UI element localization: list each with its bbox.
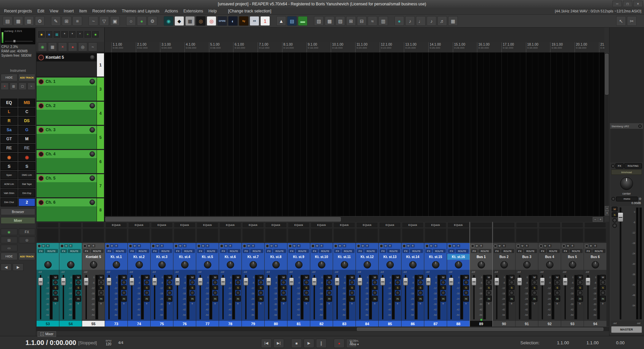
volume-fader[interactable]	[448, 274, 454, 320]
strip-number[interactable]: 92	[538, 321, 561, 327]
fx-empty-area[interactable]	[493, 228, 515, 242]
record-arm-icon[interactable]	[60, 244, 64, 248]
automation-mode-label[interactable]: tr	[190, 302, 195, 305]
theme-snow3-icon[interactable]: *	[77, 31, 83, 38]
mixer-button[interactable]: Mixer	[1, 217, 35, 224]
strip-number[interactable]: 84	[356, 321, 378, 327]
menu-item[interactable]: View	[47, 9, 61, 13]
selection-end[interactable]: 1.1.00	[587, 340, 599, 345]
plugin-shortcut[interactable]: L	[1, 108, 17, 116]
fx-empty-area[interactable]	[219, 228, 241, 242]
midi-editor-icon[interactable]: ♪	[427, 16, 436, 26]
track-name[interactable]: Ch. 4	[46, 152, 88, 156]
mute-mini-button[interactable]: M	[589, 244, 593, 247]
strip-name[interactable]: Kt. st.12	[356, 254, 378, 260]
width-knob[interactable]	[53, 280, 58, 285]
fx-enable-icon[interactable]	[611, 164, 615, 168]
strip-number[interactable]: 85	[379, 321, 401, 327]
volume-fader[interactable]	[175, 274, 180, 320]
track-number[interactable]: 7	[97, 174, 104, 197]
route-button[interactable]: ROUTE	[159, 249, 172, 253]
mixer-docker-tab[interactable]: × Mixer	[38, 331, 56, 337]
record-arm-icon[interactable]	[288, 244, 292, 248]
fx-button[interactable]: FX	[152, 249, 158, 253]
record-arm-icon[interactable]	[380, 244, 383, 248]
fader-handle[interactable]	[221, 278, 226, 286]
width-knob[interactable]	[441, 280, 445, 285]
plugin-shortcut[interactable]: Sa	[1, 126, 17, 134]
master-automation-button[interactable]: trim/read	[611, 169, 642, 175]
plugin-target-icon[interactable]: ◎	[207, 16, 216, 26]
mute-button[interactable]: M	[144, 275, 150, 280]
vzoom-in-button[interactable]: +	[605, 211, 609, 215]
record-arm-button[interactable]	[38, 79, 44, 85]
zoom-out-icon[interactable]: ⊟	[357, 16, 367, 26]
project-settings-icon[interactable]: ⚙	[35, 16, 45, 26]
input-button[interactable]: IN	[372, 296, 378, 302]
solo-button[interactable]: S	[532, 285, 537, 290]
automation-mode-label[interactable]: tr	[577, 302, 583, 305]
volume-knob[interactable]	[90, 200, 95, 205]
track-name[interactable]: Ch. 2	[46, 103, 88, 108]
fader-handle[interactable]	[380, 278, 385, 286]
solo-button[interactable]: S	[190, 285, 195, 290]
width-knob[interactable]	[236, 280, 240, 285]
record-arm-icon[interactable]	[129, 244, 132, 248]
record-arm-icon[interactable]	[334, 244, 337, 248]
pan-knob[interactable]	[67, 261, 74, 268]
track-name[interactable]: Ch. 3	[46, 128, 88, 132]
automation-mini-button[interactable]: R	[365, 244, 369, 247]
strip-number[interactable]: 54	[59, 321, 82, 327]
gear-icon[interactable]: ⚙	[639, 197, 642, 201]
mixer-hscrollbar[interactable]	[36, 327, 609, 331]
mute-mini-button[interactable]: M	[178, 244, 182, 247]
automation-mini-button[interactable]: R	[342, 244, 346, 247]
record-arm-icon[interactable]	[402, 244, 406, 248]
fx-empty-area[interactable]	[561, 228, 583, 242]
strip-number[interactable]: 90	[493, 321, 515, 327]
perf-slider[interactable]	[4, 40, 33, 42]
fx-insert-slot[interactable]	[539, 222, 560, 228]
strip-name[interactable]: Kt. st.14	[401, 254, 424, 260]
quantize-icon[interactable]: ♩	[416, 16, 426, 26]
save-project-icon[interactable]: ▥	[24, 16, 34, 26]
zoom-tool-icon[interactable]: ▧	[314, 16, 324, 26]
mute-button[interactable]: M	[235, 275, 241, 280]
fx-empty-area[interactable]	[83, 228, 104, 242]
strip-number[interactable]: 86	[401, 321, 424, 327]
mixer-strip[interactable]: M R FX ROUTE -inf 0 -6 -12 -18 -24 -30 -…	[37, 222, 59, 327]
input-button[interactable]: IN	[53, 296, 58, 302]
fx-empty-area[interactable]	[265, 228, 287, 242]
width-knob[interactable]	[76, 280, 80, 285]
plugin-spire-icon[interactable]: SPIRE	[217, 16, 227, 26]
fader-handle[interactable]	[175, 278, 180, 286]
record-arm-icon[interactable]	[539, 244, 543, 248]
width-knob[interactable]	[555, 280, 559, 285]
fx-button[interactable]: FX	[197, 249, 204, 253]
snap-toggle-icon[interactable]: ▨	[335, 16, 345, 26]
automation-mini-button[interactable]: R	[46, 244, 50, 247]
input-button[interactable]: IN	[167, 296, 172, 302]
mute-mini-button[interactable]: M	[566, 244, 570, 247]
fader-handle[interactable]	[494, 278, 499, 286]
strip-name[interactable]	[37, 254, 59, 260]
fx-insert-slot[interactable]	[584, 222, 606, 228]
pan2-knob[interactable]	[167, 291, 172, 295]
strip-number[interactable]: 53	[37, 321, 59, 327]
fx-insert-slot[interactable]: EQuick	[151, 222, 173, 228]
mixer-strip[interactable]: EQuick M R FX ROUTE Kt. st.2 -inf 0 -6 -…	[128, 222, 150, 327]
plugin-shortcut[interactable]: Valh Shim	[1, 189, 17, 197]
strip-name[interactable]: Bus 1	[470, 254, 492, 260]
strip-name[interactable]: Kt. st.7	[242, 254, 264, 260]
mute-mini-button[interactable]: M	[521, 244, 524, 247]
track-panel-row[interactable]: Ch. 3 ▤ ⊘ M S FX ⊙ 5	[37, 126, 104, 149]
maximize-button[interactable]: □	[623, 1, 632, 7]
solo-button[interactable]: S	[281, 285, 286, 290]
automation-mode-label[interactable]: tr	[486, 302, 492, 305]
hzoom-in-button[interactable]: +	[598, 217, 603, 222]
time-signature[interactable]: 4/4	[118, 341, 123, 345]
automation-mode-label[interactable]: tr	[600, 302, 606, 305]
plugin-shortcut[interactable]: EQ	[1, 99, 17, 107]
track-panel-row[interactable]: Ch. 4 ▤ ⊘ M S FX ⊙ 6	[37, 150, 104, 173]
strip-number[interactable]: 77	[196, 321, 219, 327]
